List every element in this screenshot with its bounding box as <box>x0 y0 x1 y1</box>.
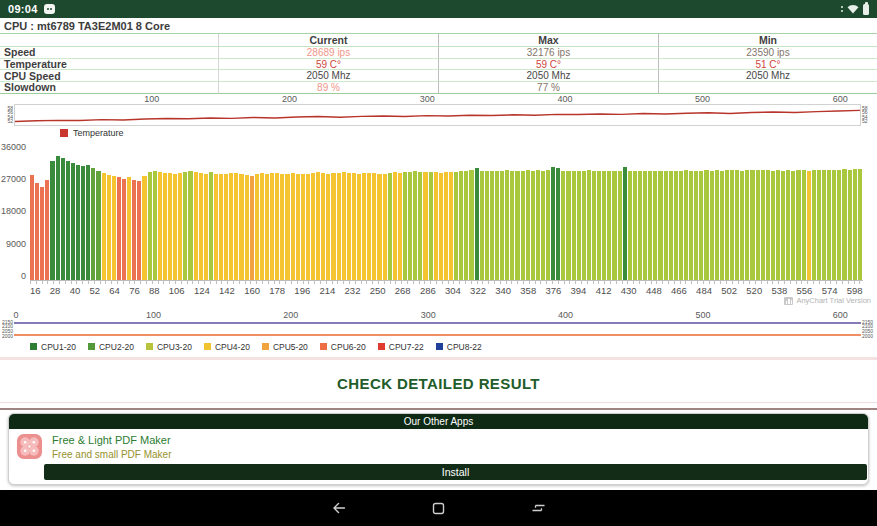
speed-bar <box>561 171 565 280</box>
speed-bar <box>326 174 330 280</box>
speed-bar <box>510 171 514 280</box>
status-bar: 09:04 <box>0 0 877 18</box>
speed-bar <box>301 174 305 280</box>
speed-bar <box>219 174 223 279</box>
slowdown-max: 77 % <box>438 82 658 94</box>
speed-bar <box>694 171 698 280</box>
check-detailed-result-button[interactable]: CHECK DETAILED RESULT <box>0 375 877 392</box>
speed-bar <box>822 170 826 280</box>
speed-bar <box>194 172 198 280</box>
speed-bar <box>444 172 448 279</box>
speed-bar <box>188 171 192 280</box>
speed-bar <box>398 173 402 280</box>
speed-bar <box>689 171 693 280</box>
speed-bar <box>408 172 412 280</box>
speed-bar <box>377 174 381 280</box>
speed-bar <box>592 171 596 280</box>
axis-tick-label: 100 <box>146 310 161 320</box>
legend-item-cpu4-20: CPU4-20 <box>204 342 250 352</box>
speed-bar <box>853 169 857 279</box>
speed-bar <box>50 161 54 279</box>
speed-bar <box>776 170 780 280</box>
speed-bar <box>704 170 708 280</box>
speed-bar <box>566 171 570 280</box>
speed-bar <box>664 171 668 280</box>
back-icon[interactable] <box>331 502 347 515</box>
speed-bar <box>669 171 673 280</box>
temperature-chart-x-axis: 100200300400500600 <box>14 94 861 104</box>
temperature-max: 59 C° <box>438 59 658 71</box>
speed-bar <box>802 170 806 280</box>
pdf-maker-app-row[interactable]: Free & Light PDF Maker Free and small PD… <box>9 429 868 460</box>
speed-bar <box>102 173 106 280</box>
axis-tick-label: 500 <box>695 310 710 320</box>
temperature-legend: Temperature <box>60 128 877 139</box>
speed-bar <box>40 187 44 279</box>
app-notification-icon <box>44 4 55 14</box>
speed-bar <box>367 173 371 280</box>
speed-min: 23590 ips <box>658 47 877 59</box>
pdf-maker-subtitle: Free and small PDF Maker <box>52 449 171 460</box>
temperature-y-axis-left: 58565452 <box>0 104 14 126</box>
recents-icon[interactable] <box>531 502 547 515</box>
speed-bar <box>204 174 208 280</box>
speed-bar <box>383 174 387 279</box>
speed-bar <box>526 170 530 280</box>
speed-bar <box>321 173 325 280</box>
speed-bar <box>76 165 80 280</box>
speed-bar <box>86 165 90 280</box>
speed-bar <box>745 170 749 280</box>
speed-bar <box>582 171 586 280</box>
speed-bar <box>337 173 341 280</box>
core-speed-legend: CPU1-20CPU2-20CPU3-20CPU4-20CPU5-20CPU6-… <box>30 341 877 352</box>
speed-bar <box>275 173 279 280</box>
alarm-dots-icon <box>841 6 843 12</box>
speed-bar <box>490 171 494 280</box>
speed-bar <box>766 170 770 280</box>
speed-bar <box>296 174 300 280</box>
speed-bar <box>572 171 576 280</box>
speed-bar <box>633 171 637 280</box>
home-icon[interactable] <box>431 502 447 515</box>
speed-bar <box>653 171 657 280</box>
speed-bar <box>158 172 162 280</box>
speed-bar <box>740 171 744 280</box>
speed-bar <box>127 177 131 279</box>
speed-bar <box>153 171 157 280</box>
speed-bar <box>418 172 422 280</box>
col-header-min: Min <box>658 34 877 47</box>
speed-bar <box>229 173 233 280</box>
speed-bar <box>173 174 177 280</box>
divider <box>0 402 877 403</box>
speed-bar <box>66 161 70 280</box>
legend-item-cpu8-22: CPU8-22 <box>436 342 482 352</box>
speed-bar <box>423 172 427 279</box>
speed-bar <box>30 175 34 280</box>
bar-chart-plot-area <box>30 142 863 281</box>
speed-bar <box>342 172 346 279</box>
axis-tick-label: 600 <box>833 94 848 104</box>
speed-bar <box>546 170 550 280</box>
legend-item-cpu2-20: CPU2-20 <box>88 342 134 352</box>
pdf-maker-title: Free & Light PDF Maker <box>52 434 171 446</box>
speed-bar <box>311 173 315 280</box>
speed-bar <box>515 171 519 280</box>
install-button[interactable]: Install <box>44 464 867 480</box>
temperature-legend-label: Temperature <box>73 128 124 138</box>
speed-bar <box>597 171 601 280</box>
speed-bar <box>730 170 734 280</box>
anychart-watermark: AnyChart Trial Version <box>0 296 871 306</box>
speed-bar <box>541 171 545 280</box>
speed-bar <box>623 167 627 280</box>
core-speed-chart: 2150210020502000 2150210020502000 <box>0 320 877 338</box>
speed-bar <box>168 173 172 280</box>
axis-tick-label: 0 <box>13 310 18 320</box>
temperature-y-axis-right: 58565452 <box>861 104 877 126</box>
bar-chart-tick-marks <box>30 281 863 284</box>
slowdown-current: 89 % <box>218 82 438 94</box>
legend-item-cpu1-20: CPU1-20 <box>30 342 76 352</box>
speed-bar <box>449 172 453 280</box>
speed-bar <box>807 171 811 279</box>
speed-bar <box>827 170 831 280</box>
speed-bar <box>858 169 862 280</box>
